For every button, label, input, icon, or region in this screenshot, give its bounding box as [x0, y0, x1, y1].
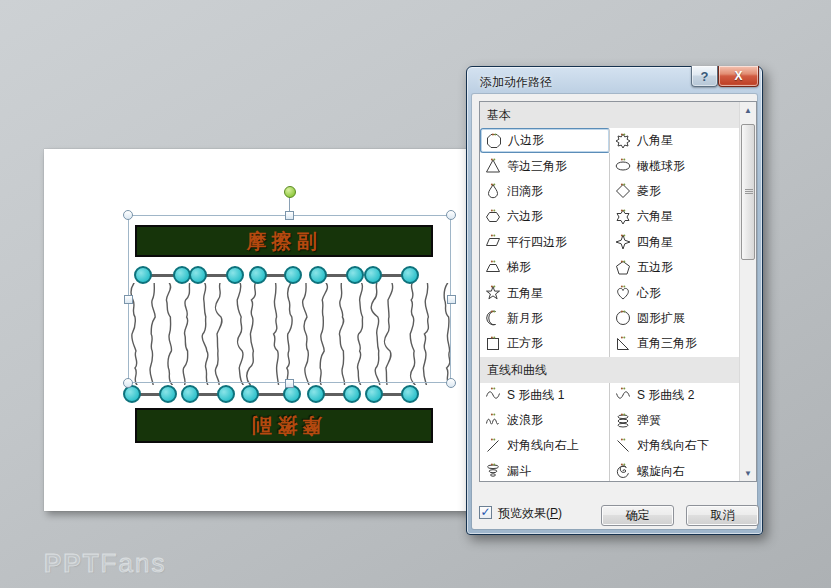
motion-path-item-heart[interactable]: 心形 — [610, 280, 739, 305]
add-motion-path-dialog: 添加动作路径 ? X 基本八边形八角星等边三角形橄榄球形泪滴形菱形六边形六角星平… — [466, 66, 763, 535]
motion-path-item-label: 漏斗 — [507, 463, 531, 480]
preview-checkbox[interactable]: ✓ — [479, 506, 492, 519]
scroll-up-icon[interactable]: ▲ — [740, 102, 756, 118]
handle-top-right[interactable] — [446, 210, 456, 220]
section-header: 基本 — [480, 102, 739, 128]
motion-path-item-hexagon[interactable]: 六边形 — [480, 204, 610, 229]
trapezoid-icon — [485, 260, 501, 276]
handle-middle-left[interactable] — [124, 295, 133, 304]
motion-path-item-spring[interactable]: 弹簧 — [610, 408, 739, 433]
motion-path-item-funnel[interactable]: 漏斗 — [480, 459, 610, 482]
motion-path-item-crescent[interactable]: 新月形 — [480, 306, 610, 331]
scrollbar-grip — [745, 189, 753, 195]
motion-path-item-label: 泪滴形 — [507, 183, 543, 200]
crescent-icon — [485, 310, 501, 326]
circle-expand-icon — [615, 310, 631, 326]
motion-path-item-s-curve-2[interactable]: S 形曲线 2 — [610, 383, 739, 408]
motion-path-item-label: 八边形 — [508, 132, 544, 149]
motion-path-item-triangle[interactable]: 等边三角形 — [480, 153, 610, 178]
slide-canvas[interactable]: 摩擦副 摩擦副 — [44, 149, 471, 511]
motion-path-item-star-4[interactable]: 四角星 — [610, 230, 739, 255]
motion-path-item-teardrop[interactable]: 泪滴形 — [480, 179, 610, 204]
handle-middle-right[interactable] — [447, 295, 456, 304]
handle-bottom-middle[interactable] — [285, 379, 294, 388]
friction-block-bottom[interactable]: 摩擦副 — [135, 408, 433, 443]
motion-path-item-octagon[interactable]: 八边形 — [480, 128, 610, 153]
handle-bottom-left[interactable] — [123, 378, 133, 388]
dialog-body: 基本八边形八角星等边三角形橄榄球形泪滴形菱形六边形六角星平行四边形四角星梯形五边… — [472, 94, 757, 529]
close-button[interactable]: X — [718, 66, 759, 87]
friction-block-bottom-label: 摩擦副 — [247, 416, 322, 436]
handle-top-middle[interactable] — [285, 211, 294, 220]
star-4-icon — [615, 234, 631, 250]
wave-icon — [485, 413, 501, 429]
motion-path-item-wave[interactable]: 波浪形 — [480, 408, 610, 433]
molecule-circle — [181, 385, 199, 403]
heart-icon — [615, 285, 631, 301]
right-triangle-icon — [615, 336, 631, 352]
motion-path-item-label: 正方形 — [507, 335, 543, 352]
help-icon: ? — [701, 69, 709, 84]
motion-path-item-label: 五边形 — [637, 259, 673, 276]
handle-top-left[interactable] — [123, 210, 133, 220]
motion-path-item-square[interactable]: 正方形 — [480, 331, 610, 356]
close-icon: X — [734, 69, 742, 83]
motion-path-item-trapezoid[interactable]: 梯形 — [480, 255, 610, 280]
motion-path-item-label: 梯形 — [507, 259, 531, 276]
hexagon-icon — [485, 209, 501, 225]
motion-path-item-spiral-right[interactable]: 螺旋向右 — [610, 459, 739, 482]
motion-path-item-label: 波浪形 — [507, 412, 543, 429]
diagonal-down-right-icon — [615, 438, 631, 454]
funnel-icon — [485, 463, 501, 479]
scroll-down-icon[interactable]: ▼ — [740, 465, 756, 481]
motion-path-item-right-triangle[interactable]: 直角三角形 — [610, 331, 739, 356]
motion-path-item-label: 等边三角形 — [507, 158, 567, 175]
motion-path-item-star-8[interactable]: 八角星 — [610, 128, 739, 153]
rotation-handle[interactable] — [284, 186, 296, 198]
scrollbar-thumb[interactable] — [741, 124, 755, 260]
scrollbar[interactable]: ▲ ▼ — [739, 102, 756, 481]
motion-path-item-diagonal-up-right[interactable]: 对角线向右上 — [480, 433, 610, 458]
pentagon-icon — [615, 260, 631, 276]
motion-path-item-label: 橄榄球形 — [637, 158, 685, 175]
oval-icon — [615, 158, 631, 174]
motion-path-item-label: 四角星 — [637, 234, 673, 251]
motion-path-item-label: 螺旋向右 — [637, 463, 685, 480]
motion-path-item-label: 六角星 — [637, 208, 673, 225]
motion-path-item-star-6[interactable]: 六角星 — [610, 204, 739, 229]
motion-path-item-label: 菱形 — [637, 183, 661, 200]
molecule-circle — [307, 385, 325, 403]
preview-checkbox-label[interactable]: 预览效果(P) — [498, 505, 562, 522]
motion-path-item-label: 八角星 — [637, 132, 673, 149]
spiral-right-icon — [615, 463, 631, 479]
motion-path-item-circle-expand[interactable]: 圆形扩展 — [610, 306, 739, 331]
square-icon — [485, 336, 501, 352]
motion-path-item-pentagon[interactable]: 五边形 — [610, 255, 739, 280]
section-header: 直线和曲线 — [480, 357, 739, 383]
ok-button[interactable]: 确定 — [601, 505, 674, 526]
molecule-circle — [159, 385, 177, 403]
diamond-icon — [615, 183, 631, 199]
motion-path-item-s-curve-1[interactable]: S 形曲线 1 — [480, 383, 610, 408]
star-5-icon — [485, 285, 501, 301]
cancel-button[interactable]: 取消 — [686, 505, 759, 526]
molecule-circle — [401, 385, 419, 403]
help-button[interactable]: ? — [691, 66, 718, 87]
molecule-circle — [365, 385, 383, 403]
motion-path-item-label: 六边形 — [507, 208, 543, 225]
parallelogram-icon — [485, 234, 501, 250]
motion-path-item-label: 对角线向右下 — [637, 437, 709, 454]
motion-path-item-parallelogram[interactable]: 平行四边形 — [480, 230, 610, 255]
octagon-icon — [486, 133, 502, 149]
motion-path-item-diagonal-down-right[interactable]: 对角线向右下 — [610, 433, 739, 458]
motion-path-item-label: S 形曲线 1 — [507, 387, 564, 404]
molecule-circle — [217, 385, 235, 403]
handle-bottom-right[interactable] — [446, 378, 456, 388]
motion-path-item-diamond[interactable]: 菱形 — [610, 179, 739, 204]
motion-path-item-star-5[interactable]: 五角星 — [480, 280, 610, 305]
teardrop-icon — [485, 183, 501, 199]
motion-path-item-oval[interactable]: 橄榄球形 — [610, 153, 739, 178]
motion-path-item-label: 心形 — [637, 285, 661, 302]
star-8-icon — [615, 133, 631, 149]
motion-path-item-label: S 形曲线 2 — [637, 387, 694, 404]
